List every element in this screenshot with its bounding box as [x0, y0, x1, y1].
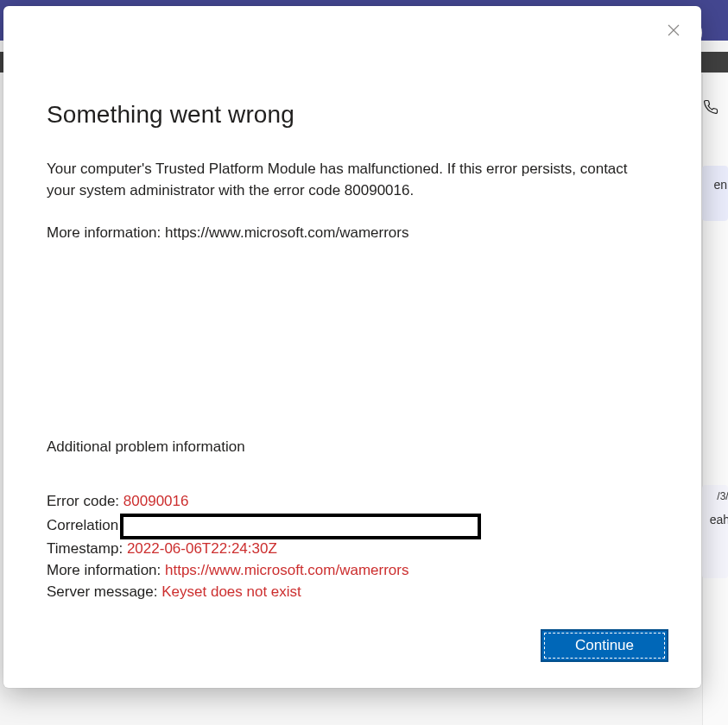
dialog-title: Something went wrong: [47, 101, 658, 129]
correlation-label: Correlation: [47, 514, 118, 536]
correlation-redacted-box: [120, 514, 481, 539]
close-icon[interactable]: [662, 18, 686, 42]
bg-text: en y: [714, 178, 728, 192]
server-message-label: Server message:: [47, 581, 158, 602]
more-info-row: More information: https://www.microsoft.…: [47, 559, 658, 581]
more-info2-url[interactable]: https://www.microsoft.com/wamerrors: [165, 559, 408, 581]
continue-button[interactable]: Continue: [541, 629, 668, 662]
error-description: Your computer's Trusted Platform Module …: [47, 158, 658, 201]
error-code-row: Error code: 80090016: [47, 490, 658, 512]
additional-info-heading: Additional problem information: [47, 438, 658, 456]
more-info-label: More information:: [47, 224, 161, 241]
timestamp-row: Timestamp: 2022-06-06T22:24:30Z: [47, 538, 658, 559]
server-message-value: Keyset does not exist: [161, 581, 301, 602]
error-code-label: Error code:: [47, 490, 119, 512]
error-dialog: Something went wrong Your computer's Tru…: [3, 6, 701, 688]
bg-text: eah: [710, 513, 728, 526]
more-info-url: https://www.microsoft.com/wamerrors: [165, 224, 408, 241]
error-code-value: 80090016: [123, 490, 189, 512]
correlation-row: Correlation: [47, 512, 658, 538]
server-message-row: Server message: Keyset does not exist: [47, 581, 658, 602]
timestamp-value: 2022-06-06T22:24:30Z: [127, 538, 277, 559]
dialog-body: Your computer's Trusted Platform Module …: [47, 158, 658, 243]
call-icon[interactable]: [699, 95, 723, 119]
more-info2-label: More information:: [47, 559, 161, 581]
timestamp-label: Timestamp:: [47, 538, 123, 559]
message-bubble: [702, 166, 728, 221]
bg-timestamp: /3/20: [717, 490, 728, 502]
